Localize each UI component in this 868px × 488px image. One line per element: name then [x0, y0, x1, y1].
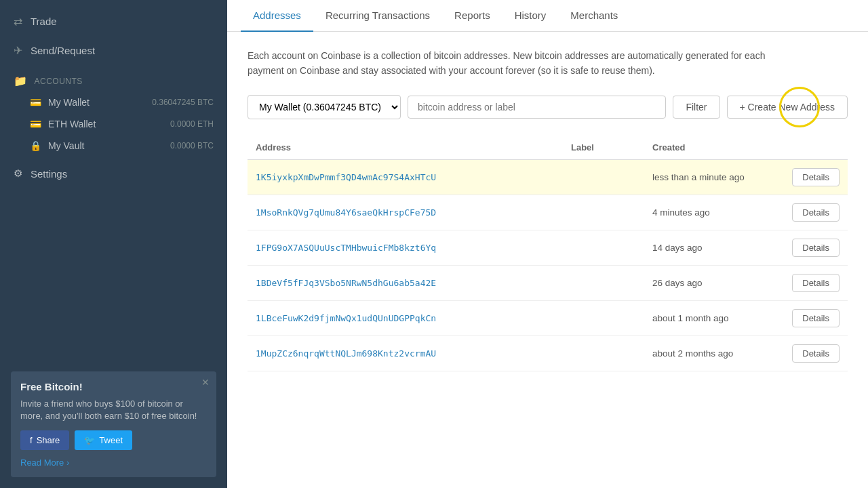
main: Addresses Recurring Transactions Reports… — [227, 0, 868, 488]
action-cell: Details — [780, 195, 848, 230]
created-cell: less than a minute ago — [644, 159, 780, 195]
created-cell: about 2 months ago — [644, 336, 780, 371]
trade-icon: ⇄ — [14, 15, 22, 28]
tab-addresses[interactable]: Addresses — [241, 0, 313, 32]
created-cell: 26 days ago — [644, 265, 780, 300]
address-cell: 1FPG9oX7ASQUuUscTMHbwuicFMb8kzt6Yq — [248, 230, 563, 265]
details-button[interactable]: Details — [792, 309, 840, 327]
address-link[interactable]: 1K5iyxkpXmDwPmmf3QD4wmAc97S4AxHTcU — [256, 172, 436, 182]
sidebar-item-my-vault[interactable]: 🔒 My Vault 0.0000 BTC — [0, 135, 227, 157]
accounts-section: 📁 Accounts — [0, 65, 227, 92]
col-created: Created — [644, 136, 780, 160]
create-address-button[interactable]: + Create New Address — [727, 96, 848, 119]
label-cell — [563, 300, 644, 336]
sidebar: ⇄ Trade ✈ Send/Request 📁 Accounts 💳 My W… — [0, 0, 227, 488]
col-address: Address — [248, 136, 563, 160]
sidebar-item-trade-label: Trade — [31, 16, 57, 27]
tweet-label: Tweet — [99, 435, 123, 445]
sidebar-item-my-wallet[interactable]: 💳 My Wallet 0.36047245 BTC — [0, 92, 227, 113]
my-vault-label: My Vault — [48, 140, 84, 151]
sidebar-item-eth-wallet[interactable]: 💳 ETH Wallet 0.0000 ETH — [0, 113, 227, 135]
send-icon: ✈ — [14, 44, 22, 57]
description-text: Each account on Coinbase is a collection… — [248, 48, 776, 79]
address-link[interactable]: 1FPG9oX7ASQUuUscTMHbwuicFMb8kzt6Yq — [256, 243, 436, 253]
address-cell: 1K5iyxkpXmDwPmmf3QD4wmAc97S4AxHTcU — [248, 159, 563, 195]
label-cell — [563, 195, 644, 230]
col-label: Label — [563, 136, 644, 160]
eth-wallet-balance: 0.0000 ETH — [170, 119, 214, 129]
sidebar-item-send-label: Send/Request — [31, 45, 95, 56]
details-button[interactable]: Details — [792, 168, 840, 186]
details-button[interactable]: Details — [792, 203, 840, 222]
address-link[interactable]: 1MsoRnkQVg7qUmu84Y6saeQkHrspCFe75D — [256, 207, 436, 218]
twitter-icon: 🐦 — [84, 435, 95, 445]
read-more-link[interactable]: Read More › — [20, 458, 69, 468]
free-bitcoin-title: Free Bitcoin! — [20, 381, 207, 392]
address-cell: 1MsoRnkQVg7qUmu84Y6saeQkHrspCFe75D — [248, 195, 563, 230]
table-body: 1K5iyxkpXmDwPmmf3QD4wmAc97S4AxHTcU less … — [248, 159, 848, 371]
action-cell: Details — [780, 265, 848, 300]
created-cell: about 1 month ago — [644, 300, 780, 336]
address-cell: 1BDeVf5fFJq3VSbo5NRwN5dhGu6ab5a42E — [248, 265, 563, 300]
address-link[interactable]: 1MupZCz6nqrqWttNQLJm698Kntz2vcrmAU — [256, 348, 436, 359]
tab-reports[interactable]: Reports — [442, 0, 502, 32]
eth-wallet-icon: 💳 — [30, 119, 41, 129]
filter-button[interactable]: Filter — [673, 96, 719, 119]
action-cell: Details — [780, 159, 848, 195]
table-row: 1MupZCz6nqrqWttNQLJm698Kntz2vcrmAU about… — [248, 336, 848, 371]
tweet-button[interactable]: 🐦 Tweet — [75, 430, 132, 450]
my-wallet-label: My Wallet — [48, 97, 90, 108]
eth-wallet-label: ETH Wallet — [48, 119, 96, 129]
share-label: Share — [37, 435, 60, 445]
folder-icon: 📁 — [14, 75, 28, 87]
address-cell: 1MupZCz6nqrqWttNQLJm698Kntz2vcrmAU — [248, 336, 563, 371]
label-cell — [563, 336, 644, 371]
address-table: Address Label Created 1K5iyxkpXmDwPmmf3Q… — [248, 136, 848, 371]
free-bitcoin-text: Invite a friend who buys $100 of bitcoin… — [20, 398, 207, 422]
table-row: 1K5iyxkpXmDwPmmf3QD4wmAc97S4AxHTcU less … — [248, 159, 848, 195]
details-button[interactable]: Details — [792, 274, 840, 292]
facebook-icon: f — [30, 435, 33, 445]
tab-merchants[interactable]: Merchants — [558, 0, 630, 32]
tab-bar: Addresses Recurring Transactions Reports… — [227, 0, 868, 32]
table-row: 1FPG9oX7ASQUuUscTMHbwuicFMb8kzt6Yq 14 da… — [248, 230, 848, 265]
sidebar-item-send-request[interactable]: ✈ Send/Request — [0, 36, 227, 65]
action-cell: Details — [780, 300, 848, 336]
sidebar-nav: ⇄ Trade ✈ Send/Request 📁 Accounts 💳 My W… — [0, 0, 227, 361]
controls-row: My Wallet (0.36047245 BTC) Filter + Crea… — [248, 95, 848, 119]
created-cell: 4 minutes ago — [644, 195, 780, 230]
sidebar-item-trade[interactable]: ⇄ Trade — [0, 7, 227, 36]
address-cell: 1LBceFuwK2d9fjmNwQx1udQUnUDGPPqkCn — [248, 300, 563, 336]
label-cell — [563, 230, 644, 265]
action-cell: Details — [780, 336, 848, 371]
sidebar-item-settings[interactable]: ⚙ Settings — [0, 159, 227, 188]
details-button[interactable]: Details — [792, 344, 840, 363]
label-cell — [563, 265, 644, 300]
wallet-select[interactable]: My Wallet (0.36047245 BTC) — [248, 95, 401, 119]
table-row: 1MsoRnkQVg7qUmu84Y6saeQkHrspCFe75D 4 min… — [248, 195, 848, 230]
wallet-icon: 💳 — [30, 97, 41, 108]
settings-icon: ⚙ — [14, 167, 22, 180]
action-cell: Details — [780, 230, 848, 265]
settings-label: Settings — [31, 168, 67, 180]
details-button[interactable]: Details — [792, 239, 840, 257]
accounts-label: Accounts — [35, 77, 83, 86]
table-header: Address Label Created — [248, 136, 848, 160]
table-row: 1LBceFuwK2d9fjmNwQx1udQUnUDGPPqkCn about… — [248, 300, 848, 336]
label-cell — [563, 159, 644, 195]
social-buttons: f Share 🐦 Tweet — [20, 430, 207, 450]
vault-icon: 🔒 — [30, 140, 41, 151]
address-link[interactable]: 1BDeVf5fFJq3VSbo5NRwN5dhGu6ab5a42E — [256, 278, 436, 288]
share-button[interactable]: f Share — [20, 430, 69, 450]
tab-recurring[interactable]: Recurring Transactions — [313, 0, 442, 32]
my-wallet-balance: 0.36047245 BTC — [152, 98, 214, 107]
tab-history[interactable]: History — [502, 0, 559, 32]
create-btn-wrapper: + Create New Address — [727, 96, 848, 119]
content-area: Each account on Coinbase is a collection… — [227, 32, 868, 488]
created-cell: 14 days ago — [644, 230, 780, 265]
table-row: 1BDeVf5fFJq3VSbo5NRwN5dhGu6ab5a42E 26 da… — [248, 265, 848, 300]
address-link[interactable]: 1LBceFuwK2d9fjmNwQx1udQUnUDGPPqkCn — [256, 313, 436, 323]
close-banner-button[interactable]: ✕ — [201, 377, 210, 388]
address-search-input[interactable] — [408, 96, 666, 119]
free-bitcoin-banner: ✕ Free Bitcoin! Invite a friend who buys… — [11, 371, 216, 477]
